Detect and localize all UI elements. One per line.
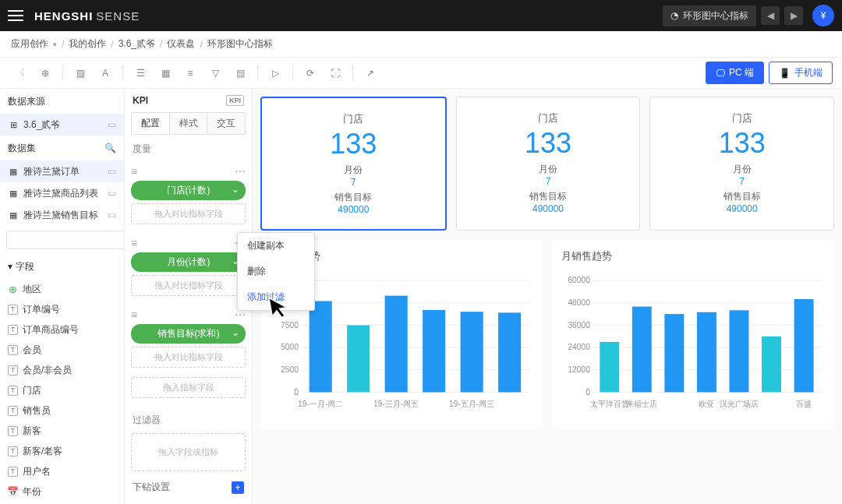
field-label: 销售员 [23, 404, 51, 418]
field-item[interactable]: T新客 [0, 421, 124, 441]
field-item[interactable]: T门店 [0, 380, 124, 400]
kpi-card[interactable]: 门店 133 月份 7 销售目标 490000 [456, 97, 641, 231]
config-title: KPI [133, 95, 148, 106]
tab-interact[interactable]: 交互 [207, 113, 245, 134]
refresh-icon[interactable]: ⟳ [299, 62, 321, 84]
back-icon[interactable]: 〈 [9, 62, 31, 84]
drag-handle-icon[interactable]: ≡ [131, 308, 138, 321]
drag-handle-icon[interactable]: ≡ [131, 237, 138, 249]
align-icon[interactable]: ☰ [129, 62, 151, 84]
metric-pill[interactable]: 销售目标(求和)⌄ [131, 324, 246, 344]
crumb[interactable]: 应用创作 [11, 37, 48, 51]
drill-row[interactable]: 下钻设置 + [125, 474, 252, 500]
kpi-badge: KPI [226, 95, 244, 106]
svg-rect-14 [385, 296, 408, 393]
chevron-down-icon[interactable]: ▾ [53, 41, 57, 48]
pc-view-button[interactable]: 🖵PC 端 [706, 62, 764, 84]
field-item[interactable]: T会员 [0, 340, 124, 360]
field-item[interactable]: T订单编号 [0, 299, 124, 319]
gauge-icon: ◔ [670, 10, 678, 21]
search-icon[interactable]: 🔍 [104, 143, 116, 153]
add-drill-icon[interactable]: + [232, 481, 244, 494]
chevron-down-icon[interactable]: ⌄ [232, 327, 239, 338]
field-item[interactable]: 📅年份 [0, 481, 124, 502]
filter-drop[interactable]: 拖入字段或指标 [131, 433, 246, 471]
field-item[interactable]: T新客/老客 [0, 441, 124, 461]
svg-text:5000: 5000 [281, 343, 299, 351]
svg-text:太平洋百货: 太平洋百货 [590, 400, 629, 408]
svg-text:汉光广场店: 汉光广场店 [720, 400, 759, 408]
fields-header[interactable]: ▾ 字段 [0, 254, 124, 279]
text-icon[interactable]: A [94, 62, 116, 84]
drop-hint[interactable]: 拖入对比指标字段 [131, 347, 246, 368]
topbar: HENGSHISENSE ◔ 环形图中心指标 ◀ ▶ ¥ [0, 0, 842, 31]
field-label: 用户名 [23, 465, 51, 478]
table-icon: ▦ [8, 210, 19, 220]
menu-icon[interactable] [8, 10, 23, 21]
field-item[interactable]: T会员/非会员 [0, 360, 124, 380]
drop-hint[interactable]: 拖入指标字段 [131, 377, 246, 398]
svg-text:36000: 36000 [568, 321, 590, 330]
share-icon[interactable]: ↗ [359, 62, 381, 84]
kpi-sub-label: 销售目标 [465, 190, 632, 203]
crumb[interactable]: 仪表盘 [167, 37, 195, 51]
metric-block: ≡⋯ 销售目标(求和)⌄ 拖入对比指标字段 [131, 305, 246, 368]
phone-icon: 📱 [779, 68, 791, 79]
text-type-icon: T [8, 345, 18, 355]
edit-icon[interactable]: ▭ [108, 119, 116, 130]
link-icon[interactable]: ▭ [108, 210, 116, 220]
crumb[interactable]: 3.6_贰爷 [119, 37, 155, 51]
next-button[interactable]: ▶ [784, 6, 803, 25]
play-icon[interactable]: ▷ [264, 62, 286, 84]
dataset-item[interactable]: ▦雅诗兰黛订单▭ [0, 160, 124, 182]
field-item[interactable]: T订单商品编号 [0, 319, 124, 340]
svg-text:19-一月-周二: 19-一月-周二 [298, 400, 343, 408]
metric-pill[interactable]: 门店(计数)⌄ [131, 181, 246, 200]
tab-config[interactable]: 配置 [132, 113, 170, 134]
metric-pill[interactable]: 月份(计数)⌄ [131, 252, 246, 272]
field-item[interactable]: ⊕地区 [0, 279, 124, 299]
avatar[interactable]: ¥ [812, 5, 834, 26]
filter-icon[interactable]: ▽ [204, 62, 226, 84]
field-item[interactable]: T销售员 [0, 400, 124, 421]
chart-card[interactable]: 月销售趋势 01200024000360004800060000太平洋百货来福士… [552, 240, 834, 429]
drop-hint[interactable]: 拖入对比指标字段 [131, 203, 246, 224]
drag-handle-icon[interactable]: ≡ [131, 165, 138, 178]
svg-rect-34 [632, 307, 652, 393]
title-text: 环形图中心指标 [683, 9, 748, 23]
search-input[interactable] [6, 231, 125, 249]
kpi-sub-label: 销售目标 [658, 190, 826, 203]
tab-style[interactable]: 样式 [170, 113, 208, 134]
prev-button[interactable]: ◀ [761, 6, 780, 25]
list-icon[interactable]: ≡ [179, 62, 201, 84]
svg-rect-13 [347, 325, 370, 392]
svg-rect-17 [498, 312, 521, 392]
menu-duplicate[interactable]: 创建副本 [238, 233, 314, 259]
image-icon[interactable]: ▨ [69, 62, 91, 84]
kpi-title: 门店 [465, 111, 632, 125]
dataset-item[interactable]: ▦雅诗兰黛销售目标▭ [0, 204, 124, 226]
expand-icon[interactable]: ⛶ [324, 62, 346, 84]
link-icon[interactable]: ▭ [108, 188, 116, 199]
config-tabs: 配置 样式 交互 [131, 112, 246, 135]
crumb[interactable]: 我的创作 [69, 37, 106, 51]
drop-hint[interactable]: 拖入对比指标字段 [131, 275, 246, 296]
kpi-sub-label: 月份 [465, 163, 632, 176]
table-icon[interactable]: ▤ [229, 62, 251, 84]
dataset-item[interactable]: ▦雅诗兰黛商品列表▭ [0, 182, 124, 204]
svg-text:60000: 60000 [568, 276, 590, 284]
data-source-item[interactable]: ⊞ 3.6_贰爷 ▭ [0, 114, 124, 136]
kpi-card[interactable]: 门店 133 月份 7 销售目标 490000 [649, 97, 834, 231]
field-item[interactable]: T用户名 [0, 461, 124, 481]
menu-delete[interactable]: 删除 [238, 259, 314, 284]
zoom-icon[interactable]: ⊕ [34, 62, 56, 84]
text-type-icon: T [8, 305, 18, 315]
component-icon[interactable]: ▦ [154, 62, 176, 84]
kpi-card[interactable]: 门店 133 月份 7 销售目标 490000 [260, 97, 447, 231]
mobile-view-button[interactable]: 📱手机端 [769, 62, 833, 84]
chevron-down-icon[interactable]: ⌄ [232, 184, 239, 195]
table-icon: ▦ [8, 188, 19, 199]
more-icon[interactable]: ⋯ [235, 165, 246, 178]
link-icon[interactable]: ▭ [108, 166, 116, 177]
title-indicator[interactable]: ◔ 环形图中心指标 [663, 5, 756, 26]
